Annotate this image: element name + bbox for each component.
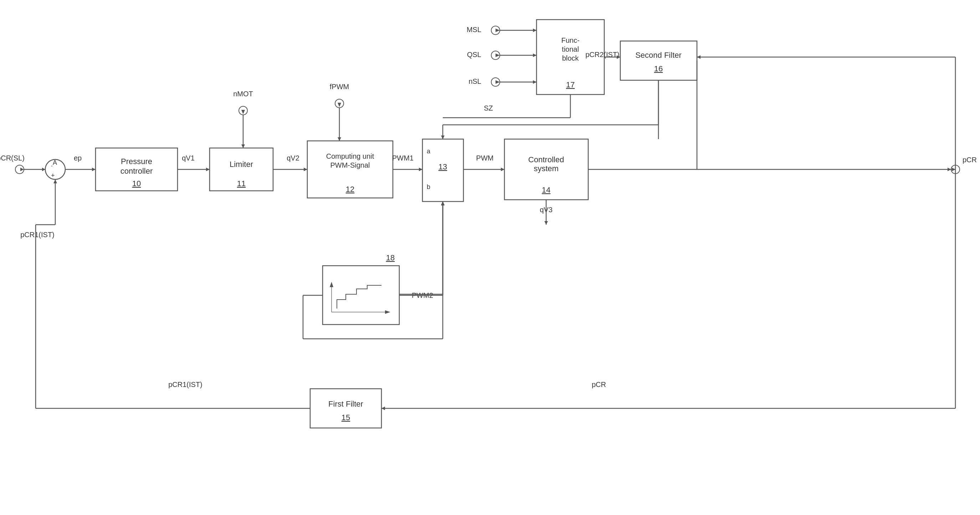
svg-text:A: A [53, 159, 57, 166]
svg-text:system: system [534, 164, 558, 173]
svg-text:PWM1: PWM1 [392, 154, 414, 162]
svg-text:+: + [51, 172, 55, 179]
svg-text:QSL: QSL [467, 51, 481, 59]
svg-text:10: 10 [132, 179, 141, 188]
svg-text:15: 15 [342, 413, 350, 422]
svg-text:a: a [427, 148, 431, 155]
svg-text:controller: controller [121, 167, 153, 175]
svg-text:nMOT: nMOT [233, 90, 253, 98]
svg-text:pCR: pCR [592, 381, 606, 388]
svg-rect-0 [0, 0, 980, 515]
svg-text:First Filter: First Filter [328, 399, 363, 408]
diagram-container: Pressure controller 10 Limiter 11 Comput… [0, 0, 980, 515]
svg-text:block: block [562, 54, 579, 62]
svg-text:PWM-Signal: PWM-Signal [330, 161, 370, 169]
svg-text:pCR(SL): pCR(SL) [0, 154, 25, 162]
svg-text:pCR: pCR [963, 156, 977, 164]
svg-text:11: 11 [237, 179, 246, 188]
svg-text:Func-: Func- [561, 37, 579, 44]
svg-text:MSL: MSL [467, 26, 481, 33]
svg-text:-: - [51, 163, 53, 169]
svg-text:14: 14 [542, 185, 550, 195]
svg-text:Pressure: Pressure [121, 157, 152, 166]
svg-text:qV1: qV1 [182, 154, 195, 162]
svg-text:tional: tional [562, 45, 579, 53]
svg-text:nSL: nSL [468, 77, 481, 85]
svg-text:SZ: SZ [484, 104, 493, 112]
svg-text:fPWM: fPWM [330, 83, 349, 91]
svg-text:PWM: PWM [476, 154, 494, 162]
svg-text:Computing unit: Computing unit [326, 152, 374, 160]
svg-text:16: 16 [654, 64, 663, 73]
svg-text:Limiter: Limiter [229, 160, 253, 169]
svg-text:ep: ep [74, 154, 82, 162]
svg-text:Controlled: Controlled [528, 155, 564, 164]
svg-text:12: 12 [346, 185, 354, 194]
svg-text:Second Filter: Second Filter [635, 51, 682, 59]
svg-text:18: 18 [386, 253, 395, 262]
svg-text:qV2: qV2 [286, 154, 299, 162]
svg-text:pCR1(IST): pCR1(IST) [20, 231, 54, 239]
svg-text:13: 13 [439, 162, 447, 171]
svg-text:pCR1(IST): pCR1(IST) [168, 381, 202, 388]
svg-text:b: b [427, 183, 430, 190]
svg-text:17: 17 [566, 80, 575, 89]
